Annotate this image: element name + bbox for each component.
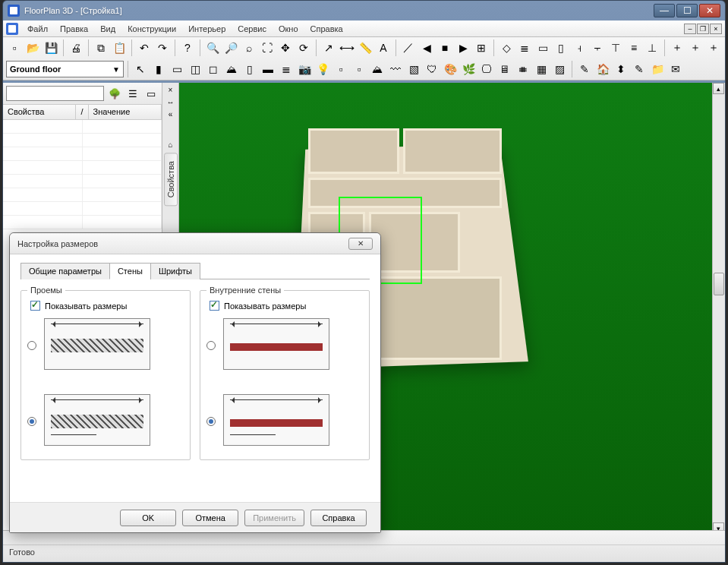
- mdi-restore-button[interactable]: ❐: [697, 24, 709, 34]
- zoom-fit-icon[interactable]: ⛶: [259, 39, 276, 56]
- open-file-icon[interactable]: 📂: [24, 39, 41, 56]
- grid-icon[interactable]: ⊞: [473, 39, 490, 56]
- menu-view[interactable]: Вид: [94, 22, 121, 36]
- roof-icon[interactable]: ⛰: [223, 61, 240, 77]
- folder-icon[interactable]: 📁: [649, 61, 666, 77]
- floor-selector[interactable]: Ground floor ▼: [6, 61, 124, 77]
- maximize-button[interactable]: ☐: [676, 4, 698, 17]
- radio-interior-option-2[interactable]: [206, 417, 216, 426]
- menu-edit[interactable]: Правка: [54, 22, 94, 36]
- undo-icon[interactable]: ↶: [136, 39, 153, 56]
- panel-icon[interactable]: ⌂: [166, 140, 175, 150]
- panel-collapse-icon[interactable]: ↔: [166, 98, 175, 107]
- filter-icon[interactable]: ☰: [125, 86, 140, 101]
- panel-close-icon[interactable]: ×: [166, 86, 175, 95]
- select-all-icon[interactable]: ▭: [143, 86, 159, 101]
- path-icon[interactable]: 〰: [387, 61, 404, 77]
- minimize-button[interactable]: —: [654, 4, 675, 17]
- pan-icon[interactable]: ✥: [277, 39, 294, 56]
- paste-icon[interactable]: 📋: [111, 39, 128, 56]
- new-file-icon[interactable]: ▫: [6, 39, 23, 56]
- scroll-up-icon[interactable]: ▴: [713, 83, 724, 94]
- plant-icon[interactable]: 🌿: [460, 61, 477, 77]
- group-b-icon[interactable]: ▯: [553, 39, 569, 56]
- stairs-icon[interactable]: ≣: [278, 61, 295, 77]
- terrain-icon[interactable]: ⛰: [369, 61, 386, 77]
- menu-help[interactable]: Справка: [304, 22, 349, 36]
- add3-icon[interactable]: ＋: [705, 39, 722, 56]
- door-icon[interactable]: ▭: [169, 61, 185, 77]
- radio-interior-option-1[interactable]: [206, 341, 216, 350]
- align-top-icon[interactable]: ⊤: [607, 39, 624, 56]
- vertical-scrollbar[interactable]: ▴ ▾: [712, 83, 725, 534]
- beam-icon[interactable]: ▬: [260, 61, 276, 77]
- edit-tool-icon[interactable]: ✎: [576, 61, 593, 77]
- measure-icon[interactable]: 📏: [357, 39, 373, 56]
- select-icon[interactable]: ↖: [132, 61, 149, 77]
- panel-pin-icon[interactable]: «: [166, 110, 175, 119]
- ok-button[interactable]: OK: [120, 510, 176, 526]
- wall-icon[interactable]: ▮: [150, 61, 167, 77]
- titlebar[interactable]: FloorPlan 3D - [Стройка1] — ☐ ✕: [3, 1, 725, 21]
- column-value[interactable]: Значение: [89, 105, 162, 119]
- level-icon[interactable]: ⬍: [613, 61, 629, 77]
- dialog-close-button[interactable]: ✕: [348, 238, 373, 250]
- menu-constructions[interactable]: Конструкции: [121, 22, 182, 36]
- properties-object-combo[interactable]: [6, 86, 104, 101]
- note-icon[interactable]: ✎: [631, 61, 648, 77]
- column-property[interactable]: Свойства: [3, 105, 76, 119]
- window-icon[interactable]: ◫: [187, 61, 203, 77]
- line-icon[interactable]: ／: [400, 39, 417, 56]
- align-right-icon[interactable]: ▶: [455, 39, 471, 56]
- fence-icon[interactable]: ⩩: [515, 61, 531, 77]
- box-icon[interactable]: ▫: [332, 61, 349, 77]
- camera-icon[interactable]: 📷: [296, 61, 313, 77]
- paint-icon[interactable]: 🎨: [442, 61, 459, 77]
- tab-walls[interactable]: Стены: [109, 263, 151, 279]
- copy-icon[interactable]: ⧉: [93, 39, 109, 56]
- align-left-icon[interactable]: ◀: [418, 39, 435, 56]
- checkbox-openings-show[interactable]: [30, 301, 40, 311]
- group-a-icon[interactable]: ▭: [534, 39, 551, 56]
- tab-general[interactable]: Общие параметры: [20, 263, 110, 279]
- radio-openings-option-2[interactable]: [27, 417, 36, 426]
- display-icon[interactable]: 🖥: [496, 61, 513, 77]
- menu-window[interactable]: Окно: [273, 22, 304, 36]
- checkbox-interior-show[interactable]: [210, 301, 219, 311]
- print-icon[interactable]: 🖨: [68, 39, 84, 56]
- dialog-titlebar[interactable]: Настройка размеров ✕: [10, 233, 380, 254]
- align-bottom-icon[interactable]: ⊥: [644, 39, 660, 56]
- align-center-icon[interactable]: ■: [436, 39, 453, 56]
- side-tab-properties[interactable]: Свойства: [164, 153, 178, 206]
- cancel-button[interactable]: Отмена: [182, 510, 238, 526]
- save-icon[interactable]: 💾: [43, 39, 59, 56]
- snap-icon[interactable]: ◇: [498, 39, 515, 56]
- hatch-icon[interactable]: ▦: [533, 61, 550, 77]
- add2-icon[interactable]: ＋: [687, 39, 704, 56]
- apply-button[interactable]: Применить: [244, 510, 304, 526]
- mdi-close-button[interactable]: ×: [710, 24, 722, 34]
- tree-icon[interactable]: 🌳: [107, 86, 122, 101]
- texture-icon[interactable]: ▨: [551, 61, 568, 77]
- box2-icon[interactable]: ▫: [351, 61, 367, 77]
- zoom-region-icon[interactable]: ⌕: [241, 39, 257, 56]
- distribute-v-icon[interactable]: ⫟: [589, 39, 606, 56]
- radio-openings-option-1[interactable]: [27, 341, 36, 350]
- tab-fonts[interactable]: Шрифты: [150, 263, 200, 279]
- mdi-minimize-button[interactable]: –: [684, 24, 696, 34]
- arrow-icon[interactable]: ↗: [320, 39, 337, 56]
- zoom-in-icon[interactable]: 🔍: [204, 39, 221, 56]
- area-icon[interactable]: ▧: [405, 61, 422, 77]
- home-icon[interactable]: 🏠: [594, 61, 611, 77]
- light-icon[interactable]: 💡: [314, 61, 331, 77]
- zoom-out-icon[interactable]: 🔎: [222, 39, 239, 56]
- align-middle-icon[interactable]: ≡: [626, 39, 642, 56]
- help-button[interactable]: Справка: [310, 510, 367, 526]
- security-icon[interactable]: 🛡: [424, 61, 440, 77]
- help-icon[interactable]: ?: [179, 39, 196, 56]
- redo-icon[interactable]: ↷: [154, 39, 171, 56]
- add-icon[interactable]: ＋: [669, 39, 685, 56]
- column-icon[interactable]: ▯: [241, 61, 258, 77]
- layer-icon[interactable]: ≣: [516, 39, 533, 56]
- rotate-icon[interactable]: ⟳: [295, 39, 312, 56]
